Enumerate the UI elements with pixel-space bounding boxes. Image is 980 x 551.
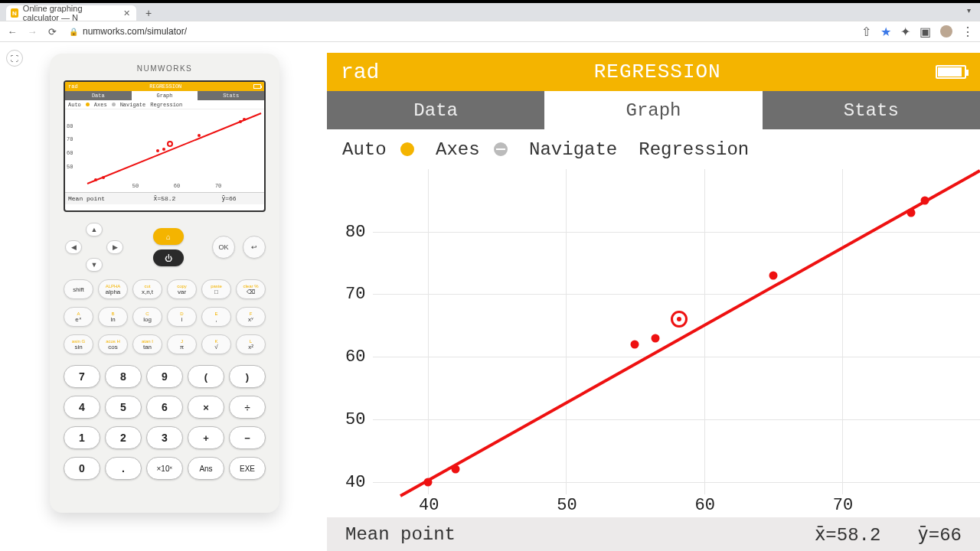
window-chevron-icon[interactable]: ▾ [967,6,971,15]
dot-icon [494,142,508,156]
key-i[interactable]: Di [167,307,197,327]
mini-opt-axes: Axes [94,102,107,108]
numkey-7[interactable]: 7 [64,365,100,388]
numkey-)[interactable]: ) [229,365,266,388]
mini-tab-stats: Stats [198,91,264,100]
opt-regression[interactable]: Regression [639,139,749,160]
numkey-−[interactable]: − [229,426,266,449]
key-var[interactable]: copyvar [167,279,197,299]
mini-title: REGRESSION [78,83,253,90]
ok-button[interactable]: OK [212,236,235,259]
reload-button[interactable]: ⟳ [46,26,58,37]
key-xʸ[interactable]: Fxʸ [236,307,266,327]
numkey-×10ˣ[interactable]: ×10ˣ [146,457,183,480]
key-sin[interactable]: asin Gsin [64,334,93,354]
browser-tab-strip: N Online graphing calculator — N ✕ + ▾ [0,3,980,21]
dpad-up[interactable]: ▲ [86,223,103,236]
numkey-EXE[interactable]: EXE [229,457,266,480]
key-,[interactable]: E, [201,307,231,327]
menu-icon[interactable]: ⋮ [962,24,974,39]
url-text: numworks.com/simulator/ [83,26,187,37]
key-eˣ[interactable]: Aeˣ [64,307,93,327]
numkey-Ans[interactable]: Ans [188,457,224,480]
key-cos[interactable]: acos Hcos [98,334,128,354]
back-button[interactable]: ← [6,26,18,37]
tab-graph[interactable]: Graph [544,91,762,129]
mini-tab-data: Data [65,91,132,100]
numkey-5[interactable]: 5 [105,396,142,419]
back-button-calc[interactable]: ↩ [243,236,266,259]
extensions-icon[interactable]: ✦ [900,24,910,39]
numkey-6[interactable]: 6 [146,396,183,419]
dpad-down[interactable]: ▼ [86,258,103,272]
mini-opt-regression: Regression [150,102,182,108]
address-bar[interactable]: 🔒 numworks.com/simulator/ [66,24,854,39]
panel-icon[interactable]: ▣ [920,24,931,39]
opt-navigate[interactable]: Navigate [529,139,617,160]
power-button[interactable]: ⏻ [153,249,184,266]
numkey-9[interactable]: 9 [146,365,183,388]
new-tab-button[interactable]: + [141,5,156,21]
status-label: Mean point [327,524,474,545]
key-√[interactable]: K√ [201,334,231,354]
close-icon[interactable]: ✕ [123,8,130,18]
device-screen[interactable]: rad REGRESSION Data Graph Stats Auto Axe… [64,80,266,212]
key-□[interactable]: paste□ [201,279,231,299]
numkey-3[interactable]: 3 [146,426,183,449]
calculator-device: NUMWORKS rad REGRESSION Data Graph Stats… [50,54,279,513]
bookmark-icon[interactable]: ★ [880,24,891,39]
mini-status-xbar: x̄=58.2 [132,195,197,202]
dot-icon [400,142,414,156]
emu-plot[interactable]: 405060704050607080 [327,169,980,517]
status-ybar: ȳ=66 [899,523,980,546]
key-x²[interactable]: Lx² [236,334,266,354]
numkey-×[interactable]: × [188,396,224,419]
mini-opt-auto: Auto [68,102,81,108]
opt-auto[interactable]: Auto [342,139,387,160]
key-alpha[interactable]: ALPHAalpha [98,279,128,299]
numkey-([interactable]: ( [188,365,224,388]
opt-axes[interactable]: Axes [436,139,480,160]
numkey-÷[interactable]: ÷ [229,396,266,419]
numkey-+[interactable]: + [188,426,224,449]
key-ln[interactable]: Bln [98,307,128,327]
mini-status-ybar: ȳ=66 [197,195,261,202]
key-π[interactable]: Jπ [167,334,197,354]
browser-tab[interactable]: N Online graphing calculator — N ✕ [6,5,136,21]
numkey-0[interactable]: 0 [64,457,100,480]
numkey-4[interactable]: 4 [64,396,100,419]
lock-icon: 🔒 [69,28,78,36]
key-x,n,t[interactable]: cutx,n,t [132,279,162,299]
key-log[interactable]: Clog [132,307,162,327]
numkey-.[interactable]: . [105,457,142,480]
mini-tab-graph: Graph [132,91,198,100]
mini-status-label: Mean point [68,195,132,202]
numkey-2[interactable]: 2 [105,426,142,449]
key-tan[interactable]: atan Itan [132,334,162,354]
mini-plot: 50607080506070 [65,109,264,192]
key-⌫[interactable]: clear %⌫ [236,279,266,299]
profile-avatar[interactable] [940,25,952,37]
tab-data[interactable]: Data [327,91,544,129]
numkey-1[interactable]: 1 [64,426,100,449]
fullscreen-button[interactable]: ⛶ [6,50,23,67]
numkey-8[interactable]: 8 [105,365,142,388]
dpad-right[interactable]: ▶ [106,240,123,254]
mini-opt-navigate: Navigate [120,102,146,108]
emu-title: REGRESSION [379,60,936,83]
emu-rad: rad [341,60,379,84]
key-shift[interactable]: shift [64,279,93,299]
tab-title: Online graphing calculator — N [23,4,119,22]
home-button[interactable]: ⌂ [153,228,184,245]
share-icon[interactable]: ⇧ [861,24,871,39]
status-xbar: x̄=58.2 [796,523,899,546]
battery-icon [936,65,966,79]
emulator-display: rad REGRESSION Data Graph Stats Auto Axe… [327,53,980,551]
dpad-left[interactable]: ◀ [65,240,82,254]
tab-stats[interactable]: Stats [763,91,980,129]
forward-button[interactable]: → [26,26,38,37]
browser-toolbar: ← → ⟳ 🔒 numworks.com/simulator/ ⇧ ★ ✦ ▣ … [0,21,980,42]
battery-icon [253,84,261,89]
mini-rad: rad [68,83,78,90]
device-brand: NUMWORKS [64,64,266,73]
